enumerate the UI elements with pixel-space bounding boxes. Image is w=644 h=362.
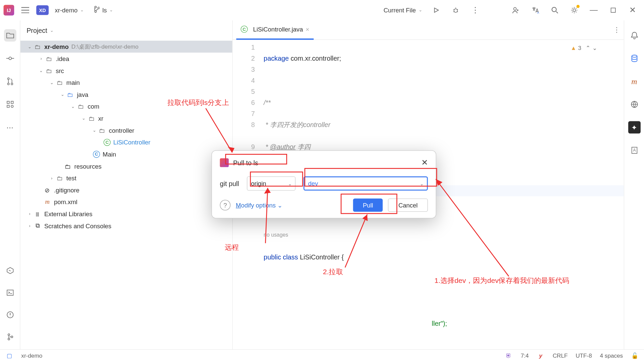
branch-combo[interactable]: dev ⌄	[304, 176, 428, 190]
run-config-dropdown[interactable]: Current File ⌄	[381, 5, 425, 15]
close-button[interactable]: ✕	[625, 2, 640, 18]
remote-combo[interactable]: origin ⌄	[247, 176, 296, 190]
run-button[interactable]	[428, 2, 444, 18]
database-tool-icon[interactable]	[628, 52, 640, 65]
code-token: 李四	[296, 143, 311, 150]
ai-tool-icon[interactable]: ✦	[628, 121, 640, 133]
more-actions-button[interactable]: ⋮	[467, 2, 483, 18]
maven-tool-icon[interactable]: m	[628, 75, 640, 87]
expand-icon[interactable]: ⌄	[91, 128, 97, 133]
translate-icon[interactable]: A	[527, 2, 543, 18]
svg-rect-12	[7, 105, 9, 108]
tree-item-main[interactable]: ⌄🗀main	[20, 76, 232, 88]
status-caret-pos[interactable]: 7:4	[521, 352, 529, 359]
tree-item-main-class[interactable]: CMain	[20, 148, 232, 160]
warning-count: 3	[578, 43, 582, 54]
project-panel-header[interactable]: Project ⌄	[20, 20, 232, 40]
tree-label: java	[77, 91, 89, 98]
services-tool-icon[interactable]	[4, 264, 16, 277]
tree-item-controller[interactable]: ⌄🗀controller	[20, 124, 232, 136]
expand-icon[interactable]: ›	[38, 56, 44, 61]
git-tool-icon[interactable]	[4, 331, 16, 343]
tree-label: resources	[74, 163, 102, 170]
expand-icon[interactable]: ›	[26, 211, 33, 216]
branch-value: dev	[308, 180, 318, 187]
problems-tool-icon[interactable]	[4, 309, 16, 321]
tree-item-xr[interactable]: ⌄🗀xr	[20, 112, 232, 124]
code-token: ller");	[432, 320, 447, 327]
tree-item-test[interactable]: ›🗀test	[20, 172, 232, 184]
panel-title: Project	[26, 26, 47, 34]
tree-item-src[interactable]: ⌄🗀src	[20, 65, 232, 77]
readonly-icon[interactable]: 🔓	[631, 352, 639, 360]
debug-button[interactable]	[448, 2, 464, 18]
usages-hint[interactable]: no usages	[264, 230, 624, 241]
svg-text:A: A	[633, 148, 636, 153]
search-icon[interactable]	[547, 2, 562, 18]
tree-label: LiSiController	[113, 139, 151, 146]
project-name-dropdown[interactable]: xr-demo ⌄	[52, 5, 87, 15]
package-icon: 🗀	[98, 127, 106, 134]
chevron-down-icon[interactable]: ⌄	[592, 43, 597, 54]
tree-item-resources[interactable]: 🗀resources	[20, 160, 232, 172]
tree-item-java[interactable]: ⌄🗀java	[20, 88, 232, 101]
tree-label: main	[66, 79, 80, 86]
expand-icon[interactable]: ⌄	[38, 68, 44, 73]
status-encoding[interactable]: UTF-8	[576, 352, 592, 359]
tree-item-lisicontroller[interactable]: CLiSiController	[20, 136, 232, 148]
expand-icon[interactable]: ⌄	[70, 104, 76, 109]
project-tool-icon[interactable]	[4, 29, 16, 42]
svg-point-3	[552, 7, 556, 11]
project-badge: XD	[36, 5, 49, 15]
chevron-up-icon[interactable]: ⌃	[586, 43, 591, 54]
status-indent[interactable]: 4 spaces	[600, 352, 623, 359]
tree-item-scratches[interactable]: ›⧉Scratches and Consoles	[20, 220, 232, 232]
main-menu-button[interactable]	[18, 2, 33, 17]
pull-button[interactable]: Pull	[353, 198, 383, 212]
expand-icon[interactable]: ⌄	[59, 92, 65, 97]
status-line-sep[interactable]: CRLF	[553, 352, 568, 359]
pull-requests-icon[interactable]	[4, 75, 16, 87]
terminal-tool-icon[interactable]	[4, 287, 16, 299]
tab-label: LiSiController.java	[253, 26, 303, 33]
tab-more-icon[interactable]: ⋮	[613, 26, 620, 34]
git-branch-dropdown[interactable]: ls ⌄	[90, 4, 116, 16]
globe-icon[interactable]	[628, 98, 640, 111]
tree-label: pom.xml	[54, 198, 77, 205]
help-button[interactable]: ?	[220, 200, 231, 210]
tree-item-com[interactable]: ⌄🗀com	[20, 100, 232, 112]
expand-icon[interactable]: ›	[26, 223, 33, 228]
git-pull-label: git pull	[220, 180, 239, 187]
module-icon: ▢	[5, 352, 13, 360]
tree-item-external-libs[interactable]: ›⫼External Libraries	[20, 208, 232, 220]
line-number: 3	[233, 64, 255, 75]
tree-item-idea[interactable]: ›🗀.idea	[20, 53, 232, 65]
tree-root[interactable]: ⌄ 🗀 xr-demo D:\桌面\zfb-demo\xr-demo	[20, 41, 232, 53]
code-with-me-icon[interactable]	[508, 2, 524, 18]
commit-tool-icon[interactable]	[4, 52, 16, 65]
svg-point-6	[9, 57, 11, 60]
coverage-tool-icon[interactable]: A	[628, 144, 640, 157]
tree-item-pom[interactable]: mpom.xml	[20, 196, 232, 208]
modify-options-link[interactable]: Modify options ⌄	[236, 201, 283, 208]
minimize-button[interactable]: ―	[586, 2, 601, 18]
maximize-button[interactable]	[605, 2, 621, 18]
expand-icon[interactable]: ⌄	[80, 116, 87, 121]
editor-tab-lisicontroller[interactable]: C LiSiController.java ×	[236, 20, 314, 40]
structure-tool-icon[interactable]	[4, 98, 16, 111]
close-dialog-button[interactable]: ✕	[421, 158, 428, 168]
close-tab-icon[interactable]: ×	[306, 26, 309, 33]
notifications-icon[interactable]	[628, 29, 640, 42]
tree-item-gitignore[interactable]: ⊘.gitignore	[20, 184, 232, 196]
inspection-badge[interactable]: ▲ 3 ⌃ ⌄	[571, 43, 597, 54]
shield-icon[interactable]: ⛨	[505, 352, 513, 360]
expand-icon[interactable]: ›	[49, 176, 55, 181]
status-module[interactable]: xr-demo	[21, 352, 42, 359]
more-tools-icon[interactable]: ⋯	[4, 121, 16, 133]
svg-rect-10	[7, 101, 9, 104]
expand-icon[interactable]: ⌄	[49, 80, 55, 85]
settings-icon[interactable]	[566, 2, 582, 18]
cancel-button[interactable]: Cancel	[388, 198, 428, 212]
y-icon[interactable]: y	[537, 352, 545, 360]
expand-icon[interactable]: ⌄	[26, 44, 33, 49]
